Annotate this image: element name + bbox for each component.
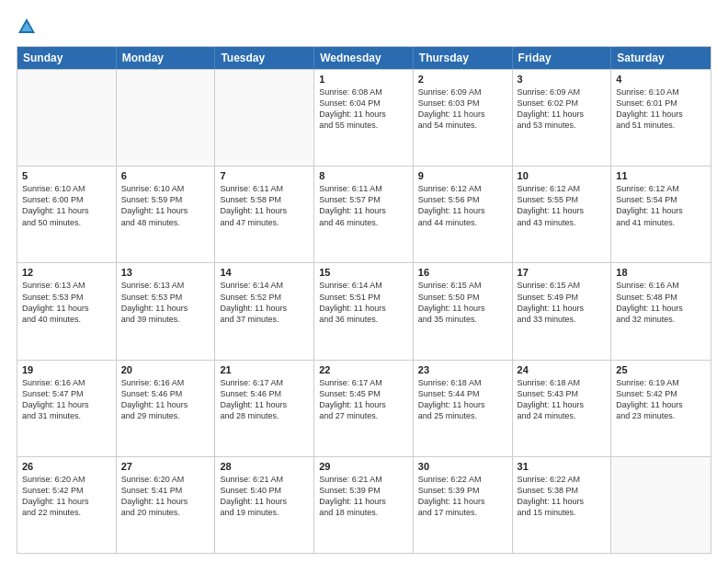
day-number: 27	[121, 461, 210, 472]
day-number: 23	[418, 364, 507, 375]
calendar-cell: 13Sunrise: 6:13 AM Sunset: 5:53 PM Dayli…	[117, 263, 216, 359]
calendar-cell: 18Sunrise: 6:16 AM Sunset: 5:48 PM Dayli…	[611, 263, 711, 359]
calendar: SundayMondayTuesdayWednesdayThursdayFrid…	[17, 46, 711, 554]
day-number: 20	[121, 364, 210, 375]
weekday-header: Thursday	[414, 47, 513, 69]
calendar-cell: 22Sunrise: 6:17 AM Sunset: 5:45 PM Dayli…	[314, 361, 414, 456]
calendar-cell: 12Sunrise: 6:13 AM Sunset: 5:53 PM Dayli…	[17, 263, 117, 359]
logo-icon	[17, 17, 37, 37]
cell-info: Sunrise: 6:11 AM Sunset: 5:57 PM Dayligh…	[319, 183, 408, 228]
calendar-cell: 17Sunrise: 6:15 AM Sunset: 5:49 PM Dayli…	[513, 263, 612, 359]
logo	[17, 17, 40, 37]
day-number: 26	[22, 461, 111, 472]
day-number: 29	[319, 461, 408, 472]
cell-info: Sunrise: 6:22 AM Sunset: 5:38 PM Dayligh…	[518, 474, 607, 519]
calendar-cell	[215, 70, 314, 166]
cell-info: Sunrise: 6:21 AM Sunset: 5:39 PM Dayligh…	[319, 474, 408, 519]
weekday-header: Sunday	[17, 47, 117, 69]
day-number: 2	[418, 74, 507, 85]
cell-info: Sunrise: 6:12 AM Sunset: 5:55 PM Dayligh…	[518, 183, 607, 228]
cell-info: Sunrise: 6:15 AM Sunset: 5:50 PM Dayligh…	[418, 280, 507, 325]
calendar-cell: 30Sunrise: 6:22 AM Sunset: 5:39 PM Dayli…	[414, 457, 513, 553]
day-number: 24	[518, 364, 607, 375]
cell-info: Sunrise: 6:17 AM Sunset: 5:45 PM Dayligh…	[319, 377, 408, 422]
day-number: 25	[616, 364, 706, 375]
calendar-cell: 8Sunrise: 6:11 AM Sunset: 5:57 PM Daylig…	[314, 167, 414, 262]
day-number: 15	[319, 267, 408, 278]
day-number: 12	[22, 267, 111, 278]
calendar-cell: 26Sunrise: 6:20 AM Sunset: 5:42 PM Dayli…	[17, 457, 117, 553]
weekday-header: Friday	[513, 47, 612, 69]
day-number: 22	[319, 364, 408, 375]
cell-info: Sunrise: 6:21 AM Sunset: 5:40 PM Dayligh…	[220, 474, 309, 519]
calendar-row: 12Sunrise: 6:13 AM Sunset: 5:53 PM Dayli…	[17, 262, 711, 359]
calendar-cell: 28Sunrise: 6:21 AM Sunset: 5:40 PM Dayli…	[215, 457, 314, 553]
day-number: 31	[518, 461, 607, 472]
day-number: 13	[121, 267, 210, 278]
calendar-cell: 11Sunrise: 6:12 AM Sunset: 5:54 PM Dayli…	[611, 167, 711, 262]
calendar-cell: 16Sunrise: 6:15 AM Sunset: 5:50 PM Dayli…	[414, 263, 513, 359]
calendar-cell: 9Sunrise: 6:12 AM Sunset: 5:56 PM Daylig…	[414, 167, 513, 262]
day-number: 30	[418, 461, 507, 472]
calendar-cell: 10Sunrise: 6:12 AM Sunset: 5:55 PM Dayli…	[513, 167, 612, 262]
calendar-cell: 14Sunrise: 6:14 AM Sunset: 5:52 PM Dayli…	[215, 263, 314, 359]
cell-info: Sunrise: 6:16 AM Sunset: 5:48 PM Dayligh…	[616, 280, 706, 325]
cell-info: Sunrise: 6:10 AM Sunset: 6:00 PM Dayligh…	[22, 183, 111, 228]
calendar-cell: 27Sunrise: 6:20 AM Sunset: 5:41 PM Dayli…	[117, 457, 216, 553]
calendar-header: SundayMondayTuesdayWednesdayThursdayFrid…	[17, 47, 711, 69]
cell-info: Sunrise: 6:22 AM Sunset: 5:39 PM Dayligh…	[418, 474, 507, 519]
header	[17, 17, 711, 37]
day-number: 14	[220, 267, 309, 278]
calendar-cell: 15Sunrise: 6:14 AM Sunset: 5:51 PM Dayli…	[314, 263, 414, 359]
day-number: 7	[220, 170, 309, 181]
cell-info: Sunrise: 6:16 AM Sunset: 5:47 PM Dayligh…	[22, 377, 111, 422]
calendar-cell: 19Sunrise: 6:16 AM Sunset: 5:47 PM Dayli…	[17, 361, 117, 456]
day-number: 5	[22, 170, 111, 181]
calendar-row: 19Sunrise: 6:16 AM Sunset: 5:47 PM Dayli…	[17, 360, 711, 456]
calendar-cell: 20Sunrise: 6:16 AM Sunset: 5:46 PM Dayli…	[117, 361, 216, 456]
calendar-cell: 23Sunrise: 6:18 AM Sunset: 5:44 PM Dayli…	[414, 361, 513, 456]
calendar-cell	[17, 70, 117, 166]
cell-info: Sunrise: 6:11 AM Sunset: 5:58 PM Dayligh…	[220, 183, 309, 228]
cell-info: Sunrise: 6:10 AM Sunset: 6:01 PM Dayligh…	[616, 86, 706, 132]
calendar-cell: 2Sunrise: 6:09 AM Sunset: 6:03 PM Daylig…	[414, 70, 513, 166]
calendar-cell: 7Sunrise: 6:11 AM Sunset: 5:58 PM Daylig…	[215, 167, 314, 262]
calendar-cell: 5Sunrise: 6:10 AM Sunset: 6:00 PM Daylig…	[17, 167, 117, 262]
day-number: 18	[616, 267, 706, 278]
calendar-body: 1Sunrise: 6:08 AM Sunset: 6:04 PM Daylig…	[17, 69, 711, 553]
day-number: 10	[518, 170, 607, 181]
cell-info: Sunrise: 6:19 AM Sunset: 5:42 PM Dayligh…	[616, 377, 706, 422]
day-number: 21	[220, 364, 309, 375]
cell-info: Sunrise: 6:18 AM Sunset: 5:44 PM Dayligh…	[418, 377, 507, 422]
calendar-cell: 1Sunrise: 6:08 AM Sunset: 6:04 PM Daylig…	[314, 70, 414, 166]
cell-info: Sunrise: 6:08 AM Sunset: 6:04 PM Dayligh…	[319, 86, 408, 132]
cell-info: Sunrise: 6:13 AM Sunset: 5:53 PM Dayligh…	[121, 280, 210, 325]
day-number: 11	[616, 170, 706, 181]
day-number: 1	[319, 74, 408, 85]
calendar-cell: 24Sunrise: 6:18 AM Sunset: 5:43 PM Dayli…	[513, 361, 612, 456]
cell-info: Sunrise: 6:12 AM Sunset: 5:56 PM Dayligh…	[418, 183, 507, 228]
calendar-cell	[117, 70, 216, 166]
cell-info: Sunrise: 6:16 AM Sunset: 5:46 PM Dayligh…	[121, 377, 210, 422]
day-number: 3	[518, 74, 607, 85]
day-number: 8	[319, 170, 408, 181]
cell-info: Sunrise: 6:14 AM Sunset: 5:51 PM Dayligh…	[319, 280, 408, 325]
calendar-row: 5Sunrise: 6:10 AM Sunset: 6:00 PM Daylig…	[17, 166, 711, 262]
day-number: 9	[418, 170, 507, 181]
calendar-cell	[611, 457, 711, 553]
cell-info: Sunrise: 6:15 AM Sunset: 5:49 PM Dayligh…	[518, 280, 607, 325]
calendar-cell: 31Sunrise: 6:22 AM Sunset: 5:38 PM Dayli…	[513, 457, 612, 553]
cell-info: Sunrise: 6:20 AM Sunset: 5:41 PM Dayligh…	[121, 474, 210, 519]
calendar-cell: 3Sunrise: 6:09 AM Sunset: 6:02 PM Daylig…	[513, 70, 612, 166]
weekday-header: Monday	[117, 47, 216, 69]
page: SundayMondayTuesdayWednesdayThursdayFrid…	[0, 0, 728, 563]
cell-info: Sunrise: 6:18 AM Sunset: 5:43 PM Dayligh…	[518, 377, 607, 422]
weekday-header: Tuesday	[215, 47, 314, 69]
calendar-cell: 21Sunrise: 6:17 AM Sunset: 5:46 PM Dayli…	[215, 361, 314, 456]
cell-info: Sunrise: 6:10 AM Sunset: 5:59 PM Dayligh…	[121, 183, 210, 228]
calendar-cell: 4Sunrise: 6:10 AM Sunset: 6:01 PM Daylig…	[611, 70, 711, 166]
cell-info: Sunrise: 6:17 AM Sunset: 5:46 PM Dayligh…	[220, 377, 309, 422]
day-number: 17	[518, 267, 607, 278]
cell-info: Sunrise: 6:09 AM Sunset: 6:02 PM Dayligh…	[518, 86, 607, 132]
calendar-row: 26Sunrise: 6:20 AM Sunset: 5:42 PM Dayli…	[17, 456, 711, 553]
